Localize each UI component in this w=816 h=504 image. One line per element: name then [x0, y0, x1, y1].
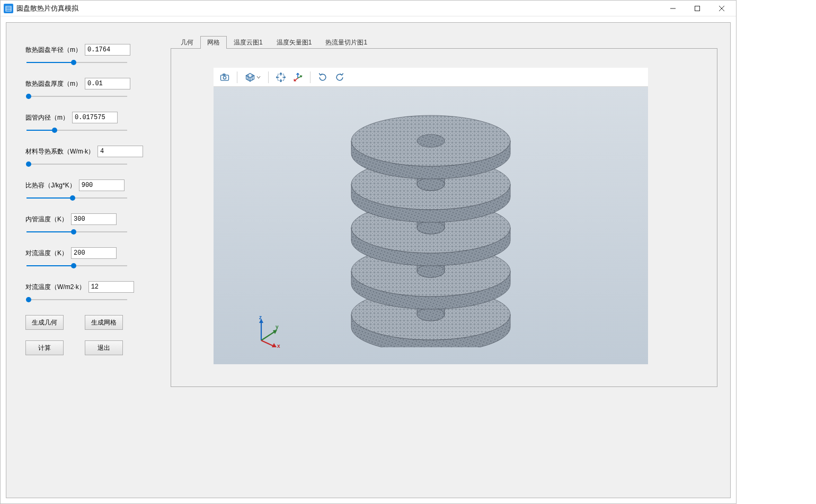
camera-icon[interactable] — [217, 70, 233, 85]
svg-rect-4 — [695, 6, 700, 11]
viewer-canvas[interactable]: z y x — [214, 87, 648, 364]
svg-point-35 — [417, 134, 445, 147]
title-bar: 圆盘散热片仿真模拟 — [1, 1, 736, 16]
param-slider[interactable] — [26, 194, 127, 202]
param-input[interactable] — [71, 213, 117, 225]
results-area: 几何网格温度云图1温度矢量图1热流量切片图1 — [171, 23, 730, 498]
window-close-button[interactable] — [709, 1, 734, 16]
param-input[interactable] — [88, 281, 134, 293]
svg-line-40 — [261, 340, 274, 346]
axes-icon[interactable] — [290, 70, 306, 85]
svg-point-33 — [417, 178, 445, 191]
param-slider[interactable] — [26, 127, 127, 134]
window-maximize-button[interactable] — [685, 1, 709, 16]
exit-button[interactable]: 退出 — [85, 340, 123, 355]
axis-y-label: y — [276, 324, 279, 330]
param-label: 内管温度（K） — [25, 215, 68, 224]
svg-line-38 — [261, 331, 275, 340]
svg-rect-9 — [223, 74, 225, 75]
svg-rect-0 — [6, 6, 11, 11]
svg-rect-7 — [221, 75, 229, 80]
generate-mesh-button[interactable]: 生成网格 — [85, 315, 123, 330]
axis-z-label: z — [259, 314, 262, 320]
param-input[interactable] — [71, 247, 117, 259]
generate-geometry-button[interactable]: 生成几何 — [25, 315, 64, 330]
tab-content: z y x — [171, 48, 717, 387]
param-group: 散热圆盘厚度（m） — [25, 78, 160, 100]
tab[interactable]: 温度云图1 — [227, 36, 270, 49]
param-input[interactable] — [79, 179, 125, 191]
app-icon — [4, 4, 13, 13]
compute-button[interactable]: 计算 — [25, 340, 64, 355]
param-slider[interactable] — [26, 93, 127, 100]
param-slider[interactable] — [26, 160, 127, 168]
rotate-cw-icon[interactable] — [332, 70, 348, 85]
mesh-model — [335, 104, 526, 347]
window-title: 圆盘散热片仿真模拟 — [16, 4, 78, 13]
param-input[interactable] — [97, 146, 143, 157]
param-group: 对流温度（W/m2·k） — [25, 281, 160, 303]
viewer-toolbar — [214, 68, 648, 87]
param-slider[interactable] — [26, 228, 127, 236]
tab[interactable]: 热流量切片图1 — [318, 36, 374, 49]
rotate-ccw-icon[interactable] — [315, 70, 331, 85]
move-icon[interactable] — [273, 70, 289, 85]
param-input[interactable] — [72, 112, 118, 123]
axis-x-label: x — [277, 343, 280, 349]
param-group: 内管温度（K） — [25, 213, 160, 236]
param-label: 圆管内径（m） — [25, 113, 69, 122]
param-group: 散热圆盘半径（m） — [25, 44, 160, 66]
svg-point-29 — [417, 265, 445, 277]
tab[interactable]: 温度矢量图1 — [270, 36, 319, 49]
chevron-down-icon — [256, 74, 261, 81]
tab-strip: 几何网格温度云图1温度矢量图1热流量切片图1 — [174, 37, 717, 48]
param-slider[interactable] — [26, 59, 127, 66]
app-window: 圆盘散热片仿真模拟 散热圆盘半径（m） 散热圆盘厚度（m） — [0, 0, 737, 504]
tab[interactable]: 几何 — [174, 36, 200, 49]
param-group: 对流温度（K） — [25, 247, 160, 269]
param-input[interactable] — [85, 44, 130, 56]
param-label: 比热容（J/kg*K） — [25, 181, 76, 190]
svg-point-8 — [223, 76, 226, 79]
axis-triad: z y x — [251, 317, 282, 348]
param-group: 材料导热系数（W/m·k） — [25, 146, 160, 168]
param-label: 散热圆盘厚度（m） — [25, 79, 82, 88]
param-group: 比热容（J/kg*K） — [25, 179, 160, 202]
param-input[interactable] — [85, 78, 130, 89]
param-label: 对流温度（K） — [25, 249, 68, 258]
svg-point-31 — [417, 221, 445, 234]
parameter-panel: 散热圆盘半径（m） 散热圆盘厚度（m） 圆管内径（m） 材料导热系数（W/m — [6, 23, 171, 498]
param-slider[interactable] — [26, 296, 127, 303]
param-label: 材料导热系数（W/m·k） — [25, 147, 94, 156]
window-minimize-button[interactable] — [661, 1, 685, 16]
svg-point-27 — [417, 308, 445, 321]
param-group: 圆管内径（m） — [25, 112, 160, 134]
param-label: 散热圆盘半径（m） — [25, 46, 82, 55]
param-slider[interactable] — [26, 262, 127, 269]
viewer-panel: z y x — [214, 68, 648, 364]
param-label: 对流温度（W/m2·k） — [25, 283, 85, 292]
tab[interactable]: 网格 — [200, 36, 227, 49]
cube-view-button[interactable] — [242, 70, 264, 85]
